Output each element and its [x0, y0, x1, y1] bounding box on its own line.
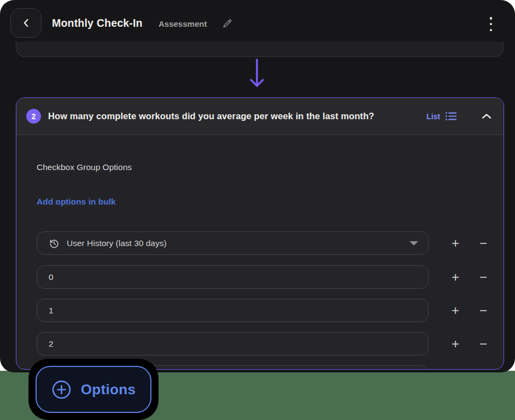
question-number-badge: 2	[26, 109, 41, 124]
remove-option-button[interactable]: −	[475, 332, 491, 355]
page-subtitle: Assessment	[159, 19, 207, 28]
add-options-in-bulk-link[interactable]: Add options in bulk	[37, 197, 116, 207]
question-card: 2 How many complete workouts did you ave…	[16, 97, 504, 370]
options-button-highlight-ring: Options	[28, 359, 159, 420]
options-section-label: Checkbox Group Options	[37, 162, 132, 172]
option-row: User History (last 30 days) + −	[37, 231, 493, 255]
option-input-wrap	[37, 299, 429, 322]
option-value-input[interactable]	[49, 272, 418, 282]
dropdown-caret-icon	[409, 241, 418, 246]
question-card-header[interactable]: 2 How many complete workouts did you ave…	[16, 98, 504, 135]
add-option-button[interactable]: +	[447, 332, 464, 355]
add-option-button[interactable]: +	[447, 231, 464, 255]
overflow-menu-icon[interactable]	[485, 16, 496, 32]
add-option-button[interactable]: +	[447, 299, 464, 322]
history-icon	[49, 238, 60, 249]
option-row: + −	[37, 332, 493, 355]
remove-option-button[interactable]: −	[475, 265, 491, 289]
option-row: + −	[37, 299, 493, 322]
remove-option-button[interactable]: −	[475, 299, 491, 322]
user-history-dropdown[interactable]: User History (last 30 days)	[37, 231, 429, 255]
previous-question-card-fragment[interactable]	[16, 42, 504, 57]
options-button-label: Options	[81, 381, 136, 398]
collapse-card-button[interactable]	[482, 113, 491, 119]
add-option-button[interactable]: +	[447, 265, 464, 289]
question-text: How many complete workouts did you avera…	[48, 111, 426, 121]
dropdown-selected-value: User History (last 30 days)	[67, 238, 402, 248]
option-row: + −	[37, 265, 493, 289]
remove-option-button[interactable]: −	[475, 231, 491, 255]
chevron-left-icon	[20, 17, 32, 29]
app-screen: Monthly Check-In Assessment 2 How many c…	[0, 0, 515, 372]
chevron-up-icon	[482, 113, 491, 119]
question-type-label: List	[426, 112, 440, 121]
back-button[interactable]	[10, 8, 42, 38]
screenshot-stage: Monthly Check-In Assessment 2 How many c…	[0, 0, 515, 420]
edit-pencil-icon[interactable]	[222, 18, 233, 31]
options-button[interactable]: Options	[36, 366, 151, 413]
option-input-wrap	[37, 265, 429, 289]
page-title: Monthly Check-In	[52, 17, 143, 30]
flow-down-arrow-icon	[249, 57, 265, 95]
option-value-input[interactable]	[49, 339, 418, 349]
circle-plus-icon	[51, 380, 72, 400]
option-value-input[interactable]	[49, 306, 418, 316]
question-type-selector[interactable]: List	[426, 112, 457, 121]
list-icon	[445, 112, 457, 121]
option-input-wrap	[37, 332, 429, 355]
